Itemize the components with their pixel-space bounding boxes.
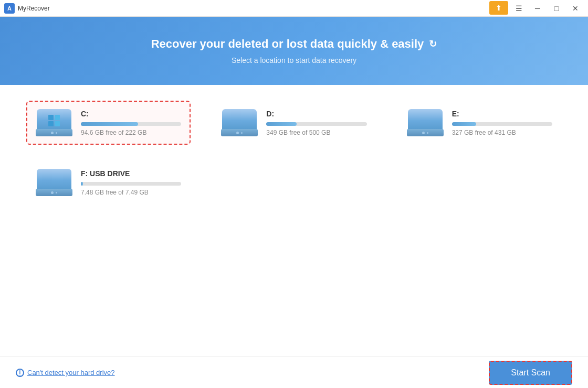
titlebar-left: A MyRecover bbox=[4, 3, 50, 14]
drive-bar-fill-drive-d bbox=[266, 122, 296, 126]
titlebar-controls: ⬆ ☰ ─ □ ✕ bbox=[489, 1, 584, 16]
app-title: MyRecover bbox=[18, 5, 50, 12]
drive-dot-small bbox=[56, 132, 57, 134]
upgrade-icon: ⬆ bbox=[496, 4, 502, 12]
drive-info-drive-d: D:349 GB free of 500 GB bbox=[266, 110, 366, 136]
minimize-button[interactable]: ─ bbox=[529, 1, 546, 16]
drive-icon-drive-d bbox=[221, 109, 258, 136]
drive-dot bbox=[51, 191, 54, 194]
close-icon: ✕ bbox=[572, 4, 579, 13]
header: Recover your deleted or lost data quickl… bbox=[0, 17, 588, 85]
main-title: Recover your deleted or lost data quickl… bbox=[151, 37, 424, 51]
drive-size-drive-c: 94.6 GB free of 222 GB bbox=[81, 129, 181, 136]
drive-dot bbox=[422, 132, 425, 134]
drive-base-drive-e bbox=[407, 129, 444, 136]
drive-label-drive-d: D: bbox=[266, 110, 366, 118]
drive-bar-fill-drive-f bbox=[81, 182, 83, 186]
drive-bar-bg-drive-c bbox=[81, 122, 181, 126]
drive-info-drive-f: F: USB DRIVE7.48 GB free of 7.49 GB bbox=[81, 169, 181, 196]
windows-logo-icon bbox=[48, 115, 60, 126]
upgrade-button[interactable]: ⬆ bbox=[489, 1, 508, 15]
refresh-icon[interactable]: ↻ bbox=[429, 38, 437, 50]
close-button[interactable]: ✕ bbox=[567, 1, 584, 16]
windows-pane bbox=[55, 115, 60, 120]
main-content: C:94.6 GB free of 222 GBD:349 GB free of… bbox=[0, 85, 588, 357]
drive-size-drive-f: 7.48 GB free of 7.49 GB bbox=[81, 189, 181, 196]
drive-bar-fill-drive-e bbox=[452, 122, 476, 126]
drive-info-drive-c: C:94.6 GB free of 222 GB bbox=[81, 110, 181, 136]
drive-bar-fill-drive-c bbox=[81, 122, 138, 126]
drive-bar-bg-drive-d bbox=[266, 122, 366, 126]
menu-icon: ☰ bbox=[516, 4, 522, 13]
drive-icon-drive-c bbox=[36, 109, 72, 136]
drive-grid: C:94.6 GB free of 222 GBD:349 GB free of… bbox=[26, 101, 562, 204]
app-logo-icon: A bbox=[4, 3, 15, 14]
drive-card-drive-f[interactable]: F: USB DRIVE7.48 GB free of 7.49 GB bbox=[26, 160, 191, 204]
drive-label-drive-e: E: bbox=[452, 110, 552, 118]
drive-size-drive-d: 349 GB free of 500 GB bbox=[266, 129, 366, 136]
drive-bar-bg-drive-f bbox=[81, 182, 181, 186]
menu-button[interactable]: ☰ bbox=[510, 1, 527, 16]
drive-dot-small bbox=[56, 192, 57, 193]
maximize-button[interactable]: □ bbox=[548, 1, 565, 16]
windows-pane bbox=[55, 121, 60, 126]
info-icon: i bbox=[16, 369, 24, 377]
footer: i Can't detect your hard drive? Start Sc… bbox=[0, 357, 588, 388]
drive-card-drive-c[interactable]: C:94.6 GB free of 222 GB bbox=[26, 101, 191, 145]
drive-icon-drive-f bbox=[36, 169, 72, 196]
drive-base-drive-c bbox=[36, 129, 72, 136]
drive-card-drive-e[interactable]: E:327 GB free of 431 GB bbox=[397, 101, 562, 145]
drive-info-drive-e: E:327 GB free of 431 GB bbox=[452, 110, 552, 136]
drive-size-drive-e: 327 GB free of 431 GB bbox=[452, 129, 552, 136]
drive-dot-small bbox=[241, 132, 243, 134]
drive-bar-bg-drive-e bbox=[452, 122, 552, 126]
drive-label-drive-f: F: USB DRIVE bbox=[81, 169, 181, 178]
start-scan-button[interactable]: Start Scan bbox=[489, 361, 572, 385]
drive-label-drive-c: C: bbox=[81, 110, 181, 118]
drive-card-drive-d[interactable]: D:349 GB free of 500 GB bbox=[212, 101, 376, 145]
minimize-icon: ─ bbox=[535, 4, 540, 13]
maximize-icon: □ bbox=[554, 4, 559, 13]
titlebar: A MyRecover ⬆ ☰ ─ □ ✕ bbox=[0, 0, 588, 17]
drive-dot bbox=[51, 132, 54, 134]
cant-detect-link[interactable]: i Can't detect your hard drive? bbox=[16, 369, 115, 377]
drive-base-drive-d bbox=[221, 129, 258, 136]
windows-pane bbox=[48, 121, 54, 126]
header-title-area: Recover your deleted or lost data quickl… bbox=[151, 37, 437, 51]
windows-pane bbox=[48, 115, 54, 120]
drive-dot bbox=[236, 132, 239, 134]
drive-base-drive-f bbox=[36, 189, 72, 196]
drive-dot-small bbox=[427, 132, 428, 134]
header-subtitle: Select a location to start data recovery bbox=[232, 56, 356, 64]
drive-icon-drive-e bbox=[407, 109, 444, 136]
